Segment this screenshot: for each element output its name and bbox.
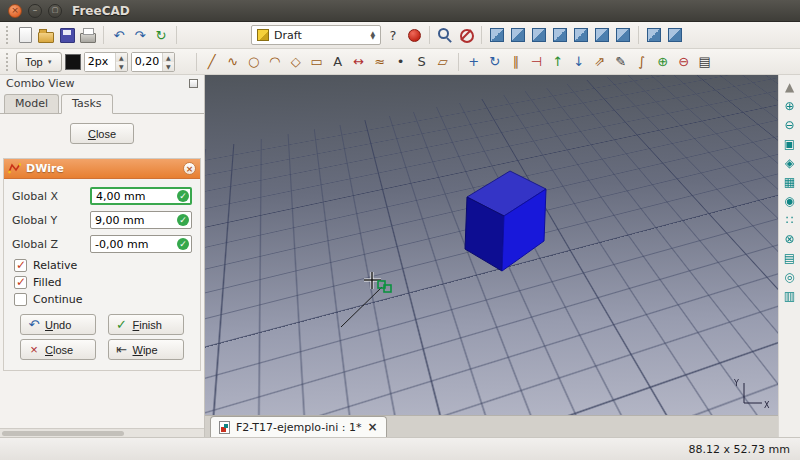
checkbox-unchecked-icon[interactable]: [14, 293, 27, 306]
scroll-up-icon[interactable]: [782, 79, 798, 95]
draft-circle-icon[interactable]: [245, 53, 263, 71]
snap-grid-icon[interactable]: [782, 212, 798, 228]
draft-add-point-icon[interactable]: [654, 53, 672, 71]
refresh-icon[interactable]: [152, 26, 170, 44]
fit-all-icon[interactable]: [782, 155, 798, 171]
draft-downgrade-icon[interactable]: [570, 53, 588, 71]
draft-polygon-icon[interactable]: [287, 53, 305, 71]
view-front-icon[interactable]: [509, 26, 527, 44]
draft-line-icon[interactable]: [203, 53, 221, 71]
draft-facebinder-icon[interactable]: [434, 53, 452, 71]
draft-rectangle-icon[interactable]: [308, 53, 326, 71]
view-left-icon[interactable]: [614, 26, 632, 44]
line-width-input[interactable]: [85, 53, 115, 71]
combo-view-header: Combo View: [0, 75, 204, 92]
line-color-swatch[interactable]: [65, 54, 81, 70]
close-task-button[interactable]: Close: [70, 123, 134, 144]
window-minimize-icon[interactable]: [28, 4, 42, 18]
view-bottom-icon[interactable]: [593, 26, 611, 44]
checkbox-checked-icon[interactable]: [14, 276, 27, 289]
view-right-icon[interactable]: [551, 26, 569, 44]
task-close-icon[interactable]: [183, 162, 196, 175]
wipe-button[interactable]: Wipe: [108, 339, 184, 360]
workbench-selector[interactable]: Draft ▲▼: [251, 25, 381, 45]
scale-stepper[interactable]: ▲▼: [131, 52, 175, 72]
draw-style-icon[interactable]: [457, 26, 475, 44]
window-maximize-icon[interactable]: [48, 4, 62, 18]
checkbox-checked-icon[interactable]: [14, 259, 27, 272]
measure-icon[interactable]: [782, 288, 798, 304]
draft-scale-icon[interactable]: [591, 53, 609, 71]
draft-del-point-icon[interactable]: [675, 53, 693, 71]
view-axonometric-icon[interactable]: [488, 26, 506, 44]
redo-icon[interactable]: [131, 26, 149, 44]
draft-point-icon[interactable]: [392, 53, 410, 71]
draft-text-icon[interactable]: [329, 53, 347, 71]
global-y-row: Global Y: [12, 211, 192, 229]
new-document-icon[interactable]: [16, 26, 34, 44]
valid-check-icon: [177, 238, 189, 250]
close-document-icon[interactable]: [368, 421, 378, 433]
stepper-arrows-icon[interactable]: ▲▼: [162, 53, 174, 71]
center-view-icon[interactable]: [782, 193, 798, 209]
grid-toggle-icon[interactable]: [782, 174, 798, 190]
working-plane-button[interactable]: Top ▼: [16, 52, 62, 72]
tab-tasks[interactable]: Tasks: [61, 94, 112, 114]
zoom-in-icon[interactable]: [782, 98, 798, 114]
relative-checkbox[interactable]: Relative: [14, 259, 192, 272]
draft-bspline-icon[interactable]: [371, 53, 389, 71]
whats-this-icon[interactable]: [384, 26, 402, 44]
layers-icon[interactable]: [782, 250, 798, 266]
finish-label: Finish: [133, 319, 162, 331]
standard-toolbar: Draft ▲▼: [0, 22, 800, 49]
working-plane-label: Top: [25, 56, 43, 68]
save-icon[interactable]: [58, 26, 76, 44]
zoom-fit-icon[interactable]: [436, 26, 454, 44]
finish-button[interactable]: Finish: [108, 314, 184, 335]
view-rear-icon[interactable]: [572, 26, 590, 44]
undo-button[interactable]: Undo: [20, 314, 96, 335]
section-view-icon[interactable]: [782, 231, 798, 247]
stepper-arrows-icon[interactable]: ▲▼: [115, 53, 127, 71]
dwire-task-header[interactable]: DWire: [4, 159, 200, 179]
open-document-icon[interactable]: [37, 26, 55, 44]
document-tab[interactable]: F2-T17-ejemplo-ini : 1*: [210, 416, 387, 437]
panel-scrollbar[interactable]: [0, 428, 204, 437]
draft-dimension-icon[interactable]: [350, 53, 368, 71]
draft-wire-to-bspline-icon[interactable]: [633, 53, 651, 71]
3d-viewport[interactable]: Y X F2-T17-ejemplo-ini : 1*: [205, 75, 778, 437]
window-close-icon[interactable]: [8, 4, 22, 18]
draft-wire-icon[interactable]: [224, 53, 242, 71]
toolbar-grip[interactable]: [6, 53, 11, 71]
view-trimetric-icon[interactable]: [666, 26, 684, 44]
macro-record-icon[interactable]: [405, 26, 423, 44]
box-zoom-icon[interactable]: [782, 136, 798, 152]
print-icon[interactable]: [79, 26, 97, 44]
draft-shapestring-icon[interactable]: [413, 53, 431, 71]
draft-rotate-icon[interactable]: [486, 53, 504, 71]
view-dimetric-icon[interactable]: [645, 26, 663, 44]
line-width-stepper[interactable]: ▲▼: [84, 52, 128, 72]
tab-model[interactable]: Model: [4, 94, 59, 113]
draft-upgrade-icon[interactable]: [549, 53, 567, 71]
orbit-view-icon[interactable]: [782, 269, 798, 285]
scale-input[interactable]: [132, 53, 162, 71]
title-bar[interactable]: FreeCAD: [0, 0, 800, 22]
filled-checkbox[interactable]: Filled: [14, 276, 192, 289]
zoom-out-icon[interactable]: [782, 117, 798, 133]
valid-check-icon: [177, 190, 189, 202]
undock-icon[interactable]: [189, 79, 198, 88]
undo-icon[interactable]: [110, 26, 128, 44]
draft-arc-icon[interactable]: [266, 53, 284, 71]
draft-trimex-icon[interactable]: [528, 53, 546, 71]
draft-edit-icon[interactable]: [612, 53, 630, 71]
view-top-icon[interactable]: [530, 26, 548, 44]
separator: [429, 26, 430, 44]
draft-shape2view-icon[interactable]: [696, 53, 714, 71]
global-x-field: [90, 187, 192, 205]
toolbar-grip[interactable]: [6, 26, 11, 44]
draft-offset-icon[interactable]: [507, 53, 525, 71]
close-button[interactable]: Close: [20, 339, 96, 360]
continue-checkbox[interactable]: Continue: [14, 293, 192, 306]
draft-move-icon[interactable]: [465, 53, 483, 71]
